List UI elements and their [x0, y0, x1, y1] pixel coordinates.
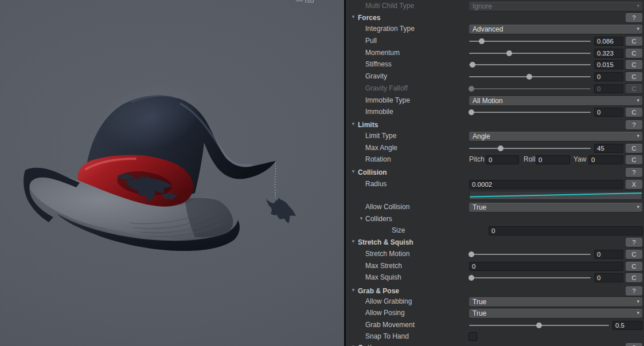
- value-field[interactable]: 0: [594, 72, 623, 81]
- slider-handle[interactable]: [470, 62, 475, 68]
- clear-button[interactable]: X: [626, 180, 642, 189]
- value-field[interactable]: 0.5: [612, 321, 643, 330]
- row-grab-movement: Grab Movement0.5: [346, 320, 644, 331]
- convert-button[interactable]: C: [626, 84, 642, 93]
- foldout-arrow-icon[interactable]: ▼: [351, 121, 356, 127]
- chevron-down-icon: ▾: [637, 97, 639, 103]
- axis-value-field[interactable]: 0: [588, 155, 623, 164]
- value-field[interactable]: 0: [594, 84, 623, 93]
- slider-track[interactable]: [469, 112, 591, 113]
- slider[interactable]: [469, 108, 591, 117]
- axis-label: Roll: [524, 155, 536, 164]
- convert-button[interactable]: C: [626, 108, 642, 117]
- slider-track[interactable]: [469, 325, 609, 326]
- help-button[interactable]: ?: [626, 238, 642, 247]
- slider[interactable]: [469, 49, 591, 58]
- convert-button[interactable]: C: [626, 72, 642, 81]
- value-field[interactable]: 0.323: [594, 49, 623, 58]
- slider[interactable]: [469, 37, 591, 46]
- dropdown-allow-posing[interactable]: True▾: [469, 309, 642, 318]
- slider-handle[interactable]: [498, 146, 504, 151]
- foldout-arrow-icon[interactable]: ▼: [351, 14, 356, 19]
- foldout-arrow-icon[interactable]: ▼: [351, 288, 356, 293]
- value-field[interactable]: 0: [594, 273, 623, 282]
- property-label: Grab & Pose: [358, 286, 399, 296]
- convert-button[interactable]: C: [626, 144, 642, 153]
- value-field[interactable]: 0.015: [594, 60, 623, 69]
- slider-track[interactable]: [469, 53, 591, 54]
- property-label: Multi Child Type: [365, 2, 414, 10]
- axis-value-field[interactable]: 0: [486, 155, 519, 164]
- help-button[interactable]: ?: [626, 286, 642, 296]
- slider-track[interactable]: [469, 88, 591, 89]
- slider-handle[interactable]: [479, 38, 485, 44]
- slider-handle[interactable]: [469, 275, 474, 281]
- value-field[interactable]: 0: [489, 226, 643, 235]
- convert-button[interactable]: C: [626, 250, 642, 259]
- slider-track[interactable]: [469, 254, 591, 255]
- value-field[interactable]: 0: [594, 250, 623, 259]
- field-value: 0.0002: [472, 181, 492, 188]
- foldout-arrow-icon[interactable]: ▼: [359, 216, 364, 221]
- dropdown-multi-child-type[interactable]: Ignore▾: [469, 2, 642, 11]
- convert-button[interactable]: C: [626, 262, 642, 271]
- slider-handle[interactable]: [469, 86, 474, 92]
- convert-button[interactable]: C: [626, 155, 642, 164]
- row-momentum: Momentum0.323C: [346, 48, 644, 58]
- value-field[interactable]: 0: [469, 262, 623, 271]
- slider[interactable]: [469, 84, 591, 93]
- chevron-down-icon: ▾: [637, 204, 639, 210]
- help-button[interactable]: ?: [626, 13, 642, 22]
- iso-gizmo-label[interactable]: — Iso: [296, 0, 314, 5]
- slider-track[interactable]: [469, 148, 591, 149]
- slider-handle[interactable]: [526, 74, 532, 80]
- convert-button[interactable]: C: [626, 49, 642, 58]
- property-label: Gravity Falloff: [365, 84, 408, 93]
- slider-track[interactable]: [469, 76, 591, 77]
- dropdown-limit-type[interactable]: Angle▾: [469, 132, 642, 141]
- dropdown-integration-type[interactable]: Advanced▾: [469, 25, 642, 34]
- foldout-arrow-icon[interactable]: ▼: [351, 169, 356, 174]
- value-field[interactable]: 45: [594, 144, 623, 153]
- axis-value-field[interactable]: 0: [536, 155, 570, 164]
- value-field[interactable]: 0.0002: [469, 180, 623, 189]
- row-limits: ▼Limits?: [346, 120, 644, 130]
- scene-view[interactable]: — Iso: [0, 0, 344, 346]
- help-button[interactable]: ?: [626, 168, 642, 177]
- slider-handle[interactable]: [536, 323, 542, 328]
- slider[interactable]: [469, 60, 591, 69]
- property-label: Snap To Hand: [365, 332, 409, 341]
- convert-button[interactable]: C: [626, 37, 642, 46]
- snap-to-hand-checkbox[interactable]: [469, 332, 477, 341]
- slider-handle[interactable]: [469, 109, 474, 115]
- radius-curve-field[interactable]: [469, 191, 642, 200]
- slider-handle[interactable]: [469, 251, 474, 257]
- property-label: Limits: [358, 120, 378, 129]
- slider[interactable]: [469, 273, 591, 282]
- slider[interactable]: [469, 250, 591, 259]
- slider-track[interactable]: [469, 64, 591, 65]
- row-multi-child-type: Multi Child TypeIgnore▾: [346, 1, 644, 11]
- slider[interactable]: [469, 321, 609, 330]
- property-label: Stiffness: [365, 60, 392, 69]
- row-immobile: Immobile0C: [346, 107, 644, 117]
- property-label: Forces: [358, 13, 380, 22]
- foldout-arrow-icon[interactable]: ▼: [351, 239, 356, 244]
- help-button[interactable]: ?: [626, 120, 642, 129]
- convert-button[interactable]: C: [626, 60, 642, 69]
- dropdown-allow-grabbing[interactable]: True▾: [469, 297, 642, 306]
- slider-handle[interactable]: [506, 50, 512, 56]
- dropdown-immobile-type[interactable]: All Motion▾: [469, 96, 642, 105]
- slider-track[interactable]: [469, 41, 591, 42]
- chevron-down-icon: ▾: [637, 133, 639, 139]
- row-integration-type: Integration TypeAdvanced▾: [346, 24, 644, 34]
- dropdown-allow-collision[interactable]: True▾: [469, 203, 642, 212]
- row-collision: ▼Collision?: [346, 167, 644, 178]
- slider[interactable]: [469, 144, 591, 153]
- value-field[interactable]: 0.086: [594, 37, 623, 46]
- convert-button[interactable]: C: [626, 273, 642, 282]
- value-field[interactable]: 0: [594, 108, 623, 117]
- help-button[interactable]: ?: [626, 343, 642, 346]
- slider[interactable]: [469, 72, 591, 81]
- slider-track[interactable]: [469, 277, 591, 278]
